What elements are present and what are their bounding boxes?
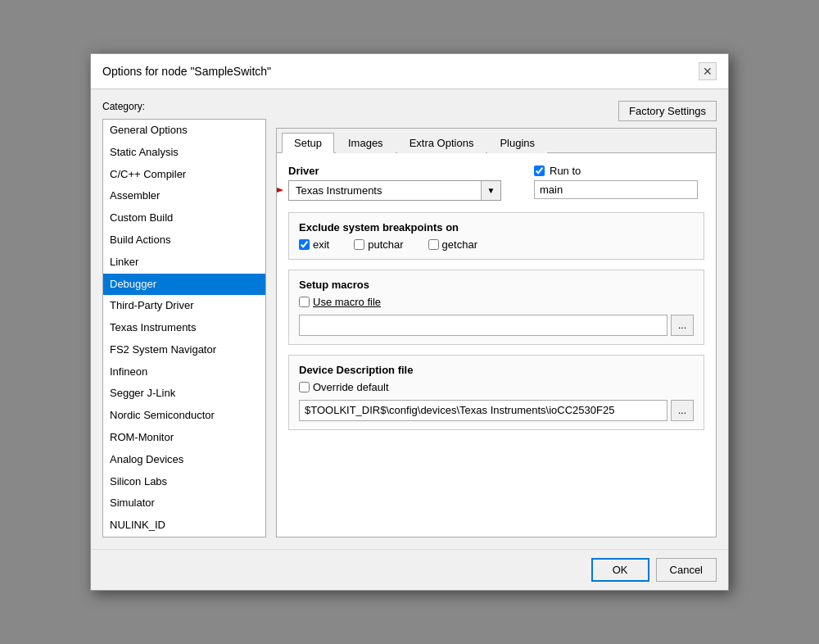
ok-button[interactable]: OK: [591, 558, 649, 582]
category-list: General OptionsStatic AnalysisC/C++ Comp…: [102, 119, 266, 537]
main-panel: Factory Settings SetupImagesExtra Option…: [276, 101, 717, 537]
exclude-breakpoints-title: Exclude system breakpoints on: [299, 221, 694, 234]
tab-bar: SetupImagesExtra OptionsPlugins: [277, 129, 716, 153]
override-row: Override default: [299, 381, 694, 393]
run-to-checkbox[interactable]: [534, 166, 545, 176]
sidebar-item-debugger[interactable]: Debugger: [103, 274, 265, 296]
run-to-label: Run to: [550, 165, 581, 177]
sidebar-item-general-options[interactable]: General Options: [103, 120, 265, 142]
sidebar-item-third-party-driver[interactable]: Third-Party Driver: [103, 295, 265, 317]
sidebar-item-rom-monitor[interactable]: ROM-Monitor: [103, 427, 265, 449]
driver-run-row: Driver: [288, 165, 704, 201]
override-default-label: Override default: [313, 381, 389, 393]
exit-label: exit: [313, 238, 329, 251]
sidebar-item-build-actions[interactable]: Build Actions: [103, 229, 265, 252]
sidebar-item-nordic-semiconductor[interactable]: Nordic Semiconductor: [103, 405, 265, 427]
sidebar-item-analog-devices[interactable]: Analog Devices: [103, 449, 265, 471]
dialog: Options for node "SampleSwitch" ✕ Catego…: [90, 53, 729, 591]
dialog-footer: OK Cancel: [91, 549, 728, 590]
tab-images[interactable]: Images: [336, 133, 396, 153]
dialog-title: Options for node "SampleSwitch": [102, 65, 271, 78]
putchar-checkbox-label[interactable]: putchar: [354, 238, 403, 251]
tab-extra-options[interactable]: Extra Options: [397, 133, 486, 153]
sidebar-item-simulator[interactable]: Simulator: [103, 492, 265, 515]
use-macro-label-text: Use macro file: [313, 296, 381, 308]
use-macro-checkbox[interactable]: [299, 297, 310, 307]
dialog-body: Category: General OptionsStatic Analysis…: [91, 89, 728, 549]
exclude-breakpoints-section: Exclude system breakpoints on exit putch…: [288, 212, 704, 260]
sidebar-item-assembler[interactable]: Assembler: [103, 185, 265, 207]
driver-label: Driver: [288, 165, 518, 177]
getchar-checkbox-label[interactable]: getchar: [428, 238, 477, 251]
device-description-title: Device Description file: [299, 364, 694, 376]
exit-checkbox[interactable]: [299, 239, 310, 250]
close-button[interactable]: ✕: [699, 62, 717, 80]
sidebar-item-nulink-id[interactable]: NULINK_ID: [103, 515, 265, 537]
run-to-section: Run to: [534, 165, 704, 199]
override-default-checkbox[interactable]: [299, 382, 310, 392]
sidebar-item-texas-instruments[interactable]: Texas Instruments: [103, 317, 265, 339]
sidebar-item-infineon[interactable]: Infineon: [103, 361, 265, 383]
getchar-label: getchar: [442, 238, 477, 251]
macro-browse-button[interactable]: ...: [671, 315, 694, 336]
sidebar-item-custom-build[interactable]: Custom Build: [103, 207, 265, 229]
red-arrow-annotation: [277, 175, 287, 205]
sidebar: Category: General OptionsStatic Analysis…: [102, 101, 266, 537]
category-label: Category:: [102, 101, 266, 112]
putchar-label: putchar: [368, 238, 403, 251]
breakpoints-checkboxes: exit putchar getchar: [299, 238, 694, 251]
run-to-input[interactable]: [534, 180, 698, 199]
driver-section: Driver: [288, 165, 518, 201]
device-browse-button[interactable]: ...: [671, 400, 694, 421]
tab-setup[interactable]: Setup: [282, 133, 334, 153]
sidebar-item-silicon-labs[interactable]: Silicon Labs: [103, 471, 265, 493]
use-macro-label: Use macro file: [313, 296, 381, 308]
sidebar-item-cpp-compiler[interactable]: C/C++ Compiler: [103, 164, 265, 186]
sidebar-item-fs2-system-navigator[interactable]: FS2 System Navigator: [103, 339, 265, 361]
setup-macros-title: Setup macros: [299, 279, 694, 291]
tab-plugins[interactable]: Plugins: [487, 133, 547, 153]
factory-row: Factory Settings: [276, 101, 717, 121]
device-input-row: ...: [299, 400, 694, 421]
factory-settings-button[interactable]: Factory Settings: [618, 101, 717, 121]
exit-checkbox-label[interactable]: exit: [299, 238, 329, 251]
macro-file-input[interactable]: [299, 315, 667, 336]
content-panel: SetupImagesExtra OptionsPlugins Driver: [276, 128, 717, 537]
macro-input-row: ...: [299, 315, 694, 336]
driver-dropdown-arrow[interactable]: ▼: [481, 181, 500, 200]
sidebar-item-linker[interactable]: Linker: [103, 252, 265, 274]
sidebar-item-segger-j-link[interactable]: Segger J-Link: [103, 383, 265, 405]
device-path-input[interactable]: [299, 400, 667, 421]
cancel-button[interactable]: Cancel: [656, 558, 717, 582]
setup-macros-section: Setup macros Use macro file ...: [288, 270, 704, 345]
device-description-section: Device Description file Override default…: [288, 355, 704, 430]
sidebar-item-static-analysis[interactable]: Static Analysis: [103, 142, 265, 164]
title-bar: Options for node "SampleSwitch" ✕: [91, 54, 728, 89]
putchar-checkbox[interactable]: [354, 239, 364, 250]
getchar-checkbox[interactable]: [428, 239, 439, 250]
use-macro-row: Use macro file: [299, 296, 694, 308]
driver-select[interactable]: Texas Instruments ▼: [288, 180, 501, 201]
driver-select-value: Texas Instruments: [289, 181, 481, 200]
run-to-row: Run to: [534, 165, 704, 177]
setup-tab-content: Driver: [277, 153, 716, 537]
